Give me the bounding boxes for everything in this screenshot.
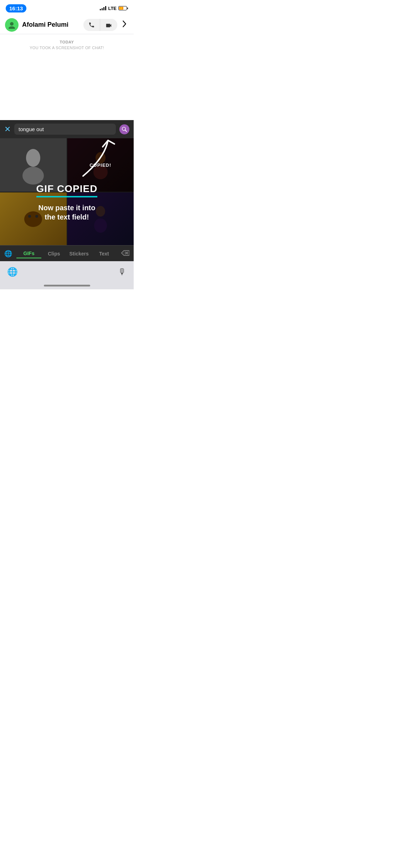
keyboard-bottom: 🌐 🎙 [0, 261, 134, 283]
avatar [5, 18, 19, 32]
chat-screenshot-notice: YOU TOOK A SCREENSHOT OF CHAT! [30, 46, 104, 50]
gif-search-icon-button[interactable] [119, 124, 129, 134]
status-right: LTE ⚡ [100, 6, 128, 11]
contact-name: Afolami Pelumi [22, 21, 83, 29]
chat-header: Afolami Pelumi [0, 16, 134, 34]
status-bar: 16:13 LTE ⚡ [0, 0, 134, 16]
keyboard-globe-button[interactable]: 🌐 [7, 267, 18, 277]
phone-icon [88, 22, 95, 28]
home-bar [44, 285, 90, 286]
call-button[interactable] [83, 19, 100, 31]
gif-keyboard: ✕ COPIED! [0, 120, 134, 289]
chat-area: TODAY YOU TOOK A SCREENSHOT OF CHAT! [0, 34, 134, 127]
keyboard-tabs: 🌐 GIFs Clips Stickers Text [0, 245, 134, 261]
status-time: 16:13 [6, 4, 26, 12]
gif-close-button[interactable]: ✕ [4, 125, 11, 134]
video-icon [105, 22, 112, 28]
signal-bars-icon [100, 6, 106, 10]
tab-globe-icon: 🌐 [0, 248, 16, 259]
gif-thumbnail-icon [19, 144, 47, 186]
svg-point-23 [94, 218, 107, 233]
svg-point-16 [22, 167, 44, 185]
tab-stickers[interactable]: Stickers [67, 249, 92, 258]
chat-date-divider: TODAY [60, 40, 74, 44]
call-video-group [83, 19, 117, 31]
gif-item[interactable] [0, 192, 67, 245]
svg-point-19 [24, 211, 42, 227]
gif-copied-overlay: COPIED! [67, 138, 134, 192]
svg-point-20 [28, 215, 31, 218]
gif-cat-icon [21, 205, 46, 233]
tab-gifs[interactable]: GIFs [16, 249, 41, 258]
svg-point-22 [96, 206, 105, 217]
more-button[interactable] [120, 19, 129, 31]
chevron-right-icon [122, 20, 127, 27]
tab-text[interactable]: Text [92, 249, 117, 258]
avatar-person-icon [8, 21, 16, 29]
battery-icon: ⚡ [118, 6, 128, 10]
tab-clips[interactable]: Clips [41, 249, 66, 258]
svg-point-21 [35, 215, 38, 218]
svg-line-14 [125, 130, 127, 131]
home-indicator [0, 283, 134, 289]
svg-point-15 [26, 149, 40, 167]
svg-point-0 [10, 22, 14, 26]
gif-person2-icon [90, 201, 111, 237]
svg-point-1 [9, 26, 15, 29]
gif-item[interactable]: COPIED! [67, 138, 134, 192]
lte-label: LTE [108, 6, 117, 11]
gif-item[interactable] [0, 138, 67, 192]
video-button[interactable] [100, 19, 117, 31]
copied-label: COPIED! [89, 162, 111, 168]
keyboard-mic-button[interactable]: 🎙 [118, 267, 127, 277]
gif-search-input[interactable] [14, 124, 116, 135]
gif-grid: COPIED! [0, 138, 134, 245]
gif-search-bar: ✕ [0, 120, 134, 138]
delete-button[interactable] [117, 248, 134, 259]
backspace-icon [121, 250, 129, 256]
header-actions [83, 19, 129, 31]
gif-item[interactable] [67, 192, 134, 245]
search-icon [122, 127, 127, 132]
